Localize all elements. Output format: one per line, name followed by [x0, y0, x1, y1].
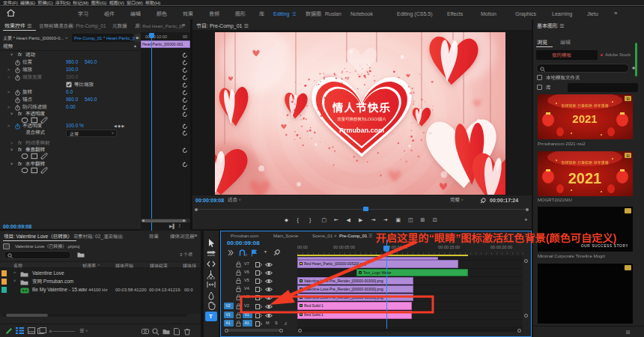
svg-text:2021: 2021 — [568, 170, 602, 186]
svg-text:吉祥如意·万事如意·恭年重喜: 吉祥如意·万事如意·恭年重喜 — [561, 160, 608, 165]
svg-text:情人节快乐: 情人节快乐 — [332, 102, 392, 114]
svg-text:吉祥如意·万事如意·恭年重喜: 吉祥如意·万事如意·恭年重喜 — [561, 103, 608, 108]
svg-text:⊞: ⊞ — [626, 154, 629, 158]
svg-text:2021: 2021 — [572, 112, 597, 125]
svg-text:Prmuban.com: Prmuban.com — [339, 127, 384, 134]
svg-text:⊞: ⊞ — [626, 97, 629, 101]
svg-text:这里可换替换为LOGO/图片: 这里可换替换为LOGO/图片 — [337, 117, 386, 121]
